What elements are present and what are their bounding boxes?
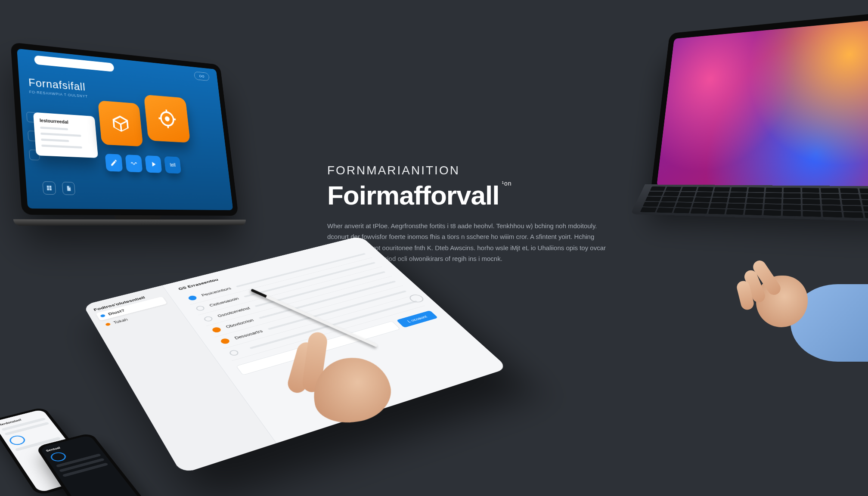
card-line [40,127,68,130]
shirt-cuff [790,284,868,362]
row-bullet [220,338,231,344]
play-icon [149,160,158,168]
dot-icon [100,314,106,317]
infinity-icon [194,71,210,81]
feature-tiles [98,100,189,149]
address-bar[interactable] [34,55,114,72]
pill-edit[interactable] [105,154,123,172]
laptop-left: Fornafsifall FO·RESAHWPIA T·OULSNYT Iest… [10,42,239,216]
doc-icon[interactable] [62,182,75,195]
row-bullet [203,316,214,322]
finger [735,279,755,311]
feature-tile-box[interactable] [98,100,143,146]
hero-title-text: Foirmafforvall [327,180,499,211]
card-heading: Iestourreedal [40,118,90,126]
laptop-hinge [115,215,161,220]
wave-icon [130,159,138,168]
hero-line-2: dconurt der fowvisfor foerte inomos fhis… [327,232,611,242]
laptop-bezel: Fornafsifall FO·RESAHWPIA T·OULSNYT Iest… [10,42,239,216]
laptop-base [13,219,246,226]
feature-tile-target[interactable] [144,95,190,143]
card-line [40,133,81,137]
row-bullet [187,295,198,301]
ring-icon [7,434,27,446]
row-bullet [211,326,222,333]
pill-wave[interactable] [125,155,143,172]
action-pills: tell [105,154,182,174]
hand-typing [756,241,868,353]
box-icon [111,113,131,134]
grid-icon[interactable] [42,181,56,195]
pill-play[interactable] [145,155,162,173]
laptop-screen: Fornafsifall FO·RESAHWPIA T·OULSNYT Iest… [17,49,233,210]
hero-eyebrow: FORNMARIANITION [327,164,611,177]
laptop2-wallpaper [657,18,868,188]
row-bullet [228,349,240,356]
hero-line-1: Wher anverit at tPloe. Aegrfronsthe fort… [327,221,611,231]
pill-label[interactable]: tell [164,156,182,174]
sidebar-item-label: Tokah [112,318,128,325]
info-card[interactable]: Iestourreedal [33,112,98,158]
target-icon [157,108,177,130]
dot-icon [105,322,111,326]
sidebar-item-label: Diust? [107,309,125,316]
laptop2-keyboard[interactable] [630,184,868,223]
bottom-icons [42,181,75,195]
hand-back [756,276,808,327]
svg-point-1 [164,116,170,121]
hero-title-sup: ¹on [502,180,512,187]
row-bullet [195,305,206,312]
laptop2-bezel [651,10,868,195]
hero-title: Foirmafforvall ¹on [327,180,611,211]
finger [750,258,783,297]
submit-button[interactable]: L ocoaont [396,310,438,328]
edit-icon [110,158,118,167]
finger [742,268,767,304]
card-line [41,145,82,149]
card-line [41,139,69,142]
ring-icon [49,451,68,462]
laptop-right [651,10,868,195]
